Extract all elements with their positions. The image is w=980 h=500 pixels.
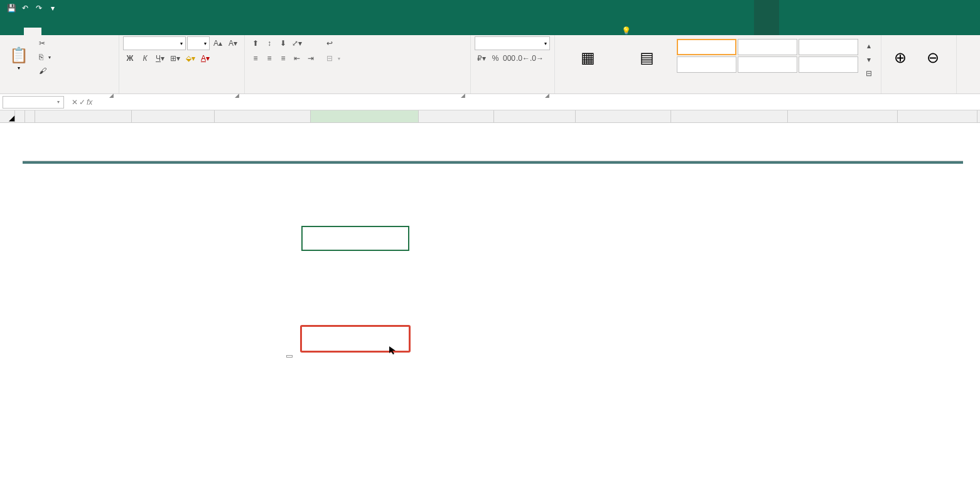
- dialog-launcher-icon[interactable]: ◢: [545, 92, 549, 98]
- dec-decimal-icon[interactable]: .0→: [530, 51, 544, 65]
- align-right-icon[interactable]: ≡: [276, 51, 290, 65]
- styles-more-icon[interactable]: ⊟: [862, 66, 876, 80]
- save-icon[interactable]: 💾: [5, 2, 18, 14]
- merge-icon: ⊟: [326, 54, 333, 63]
- bold-button[interactable]: Ж: [123, 51, 137, 65]
- style-details2[interactable]: [677, 56, 736, 73]
- ribbon: 📋 ▾ ✂ ⎘▾ 🖌 ◢ ▾ ▾ A▴ A▾ Ж К Ч▾: [0, 35, 980, 94]
- scissors-icon: ✂: [39, 39, 45, 48]
- name-box[interactable]: ▾: [3, 96, 64, 109]
- font-size-combo[interactable]: ▾: [187, 36, 210, 50]
- col-header-l[interactable]: [898, 110, 977, 122]
- brush-icon: 🖌: [39, 66, 46, 75]
- styles-down-icon[interactable]: ▾: [862, 53, 876, 66]
- insert-cells-button[interactable]: ⊕: [885, 36, 915, 78]
- align-middle-icon[interactable]: ↕: [262, 36, 276, 50]
- style-details1[interactable]: [799, 39, 858, 55]
- tab-tabletools[interactable]: [201, 28, 218, 35]
- dialog-launcher-icon[interactable]: ◢: [235, 92, 239, 98]
- formula-bar: ▾ ✕ ✓ fx: [0, 94, 980, 110]
- orientation-icon[interactable]: ⤢▾: [290, 36, 304, 50]
- wrap-text-button[interactable]: ↩: [324, 36, 343, 50]
- align-left-icon[interactable]: ≡: [249, 51, 262, 65]
- select-all-corner[interactable]: ◢: [0, 110, 15, 122]
- format-painter-button[interactable]: 🖌: [36, 64, 53, 78]
- paste-button[interactable]: 📋 ▾: [4, 36, 34, 78]
- italic-button[interactable]: К: [138, 51, 152, 65]
- indent-inc-icon[interactable]: ⇥: [304, 51, 318, 65]
- dialog-launcher-icon[interactable]: ◢: [109, 92, 114, 98]
- col-header-j[interactable]: [671, 110, 788, 122]
- tab-review[interactable]: [112, 28, 129, 35]
- col-header-h[interactable]: [494, 110, 576, 122]
- col-header-i[interactable]: [576, 110, 671, 122]
- style-currency[interactable]: [677, 39, 736, 55]
- col-header-d[interactable]: [132, 110, 215, 122]
- copy-button[interactable]: ⎘▾: [36, 50, 53, 64]
- align-center-icon[interactable]: ≡: [262, 51, 276, 65]
- delete-cells-button[interactable]: ⊖: [918, 36, 948, 78]
- col-header-b[interactable]: [25, 110, 35, 122]
- conditional-formatting-button[interactable]: ▦: [559, 36, 618, 78]
- cut-button[interactable]: ✂: [36, 36, 53, 50]
- paste-icon: 📋: [9, 46, 28, 64]
- delete-icon: ⊖: [927, 49, 939, 66]
- table-icon: ▤: [640, 49, 654, 66]
- comma-icon[interactable]: 000: [502, 51, 516, 65]
- style-normal[interactable]: [799, 56, 858, 73]
- style-column[interactable]: [738, 56, 797, 73]
- tab-powerpivot[interactable]: [164, 28, 182, 35]
- table-tools-context: [754, 0, 779, 35]
- copy-icon: ⎘: [39, 53, 43, 61]
- font-color-button[interactable]: А▾: [198, 51, 212, 65]
- spreadsheet-grid: ◢: [0, 110, 980, 500]
- title-underline: [23, 161, 963, 164]
- title-bar: 💾 ↶ ↷ ▾: [0, 0, 980, 16]
- styles-up-icon[interactable]: ▴: [862, 39, 876, 53]
- tab-developer[interactable]: [147, 28, 164, 35]
- redo-icon[interactable]: ↷: [33, 2, 45, 14]
- shrink-font-icon[interactable]: A▾: [226, 36, 240, 50]
- align-bottom-icon[interactable]: ⬇: [276, 36, 290, 50]
- col-header-e[interactable]: [215, 110, 311, 122]
- tab-layout[interactable]: [59, 28, 77, 35]
- tell-me[interactable]: 💡: [622, 26, 635, 35]
- col-header-c[interactable]: [35, 110, 132, 122]
- currency-icon[interactable]: ₽▾: [475, 51, 488, 65]
- col-header-a[interactable]: [15, 110, 25, 122]
- cond-fmt-icon: ▦: [581, 49, 595, 66]
- fill-color-button[interactable]: ⬙▾: [183, 51, 197, 65]
- highlight-box: [300, 325, 411, 353]
- fx-icon[interactable]: fx: [87, 98, 92, 107]
- indent-dec-icon[interactable]: ⇤: [290, 51, 304, 65]
- format-as-table-button[interactable]: ▤: [620, 36, 674, 78]
- col-header-k[interactable]: [788, 110, 898, 122]
- col-header-g[interactable]: [419, 110, 494, 122]
- number-format-combo[interactable]: ▾: [475, 36, 550, 50]
- insert-icon: ⊕: [894, 49, 907, 66]
- tab-home[interactable]: [24, 28, 41, 35]
- tab-file[interactable]: [6, 28, 24, 35]
- tab-data[interactable]: [94, 28, 112, 35]
- tab-formulas[interactable]: [77, 28, 94, 35]
- border-button[interactable]: ⊞▾: [168, 51, 182, 65]
- tab-insert[interactable]: [41, 28, 59, 35]
- font-name-combo[interactable]: ▾: [123, 36, 186, 50]
- grow-font-icon[interactable]: A▴: [211, 36, 225, 50]
- tab-view[interactable]: [129, 28, 147, 35]
- dialog-launcher-icon[interactable]: ◢: [461, 92, 465, 98]
- column-headers: ◢: [0, 110, 980, 123]
- percent-icon[interactable]: %: [488, 51, 502, 65]
- col-header-f[interactable]: [311, 110, 419, 122]
- style-cancelled[interactable]: [738, 39, 797, 55]
- undo-icon[interactable]: ↶: [19, 2, 31, 14]
- cell-ref-tooltip: [286, 355, 293, 358]
- accept-formula-icon[interactable]: ✓: [79, 98, 85, 107]
- selection-box: [301, 226, 409, 251]
- cancel-formula-icon[interactable]: ✕: [72, 98, 78, 107]
- qat-more-icon[interactable]: ▾: [46, 2, 59, 14]
- inc-decimal-icon[interactable]: .0←: [516, 51, 530, 65]
- underline-button[interactable]: Ч▾: [153, 51, 167, 65]
- merge-center-button[interactable]: ⊟▾: [324, 51, 343, 65]
- align-top-icon[interactable]: ⬆: [249, 36, 262, 50]
